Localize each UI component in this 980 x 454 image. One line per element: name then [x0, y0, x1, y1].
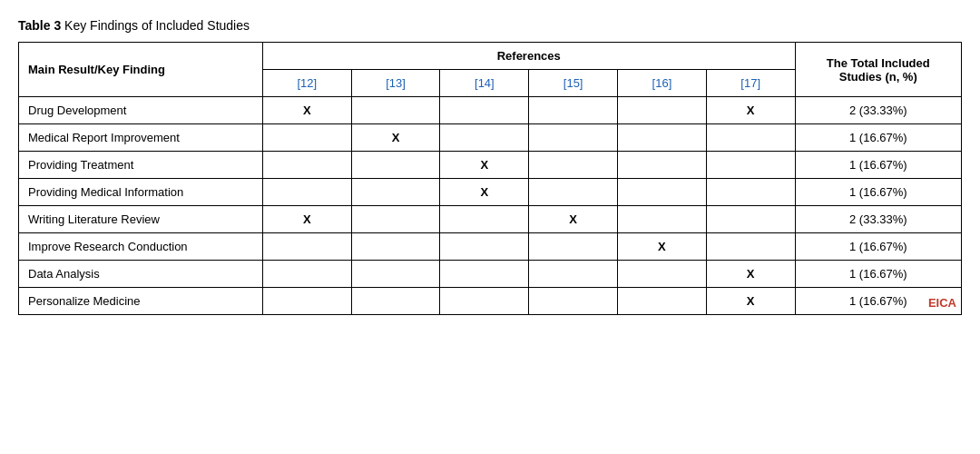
ref-cell [529, 97, 618, 124]
header-main-result: Main Result/Key Finding [19, 43, 263, 97]
ref-cell [618, 179, 707, 206]
ref-cell: X [706, 261, 795, 288]
header-references: References [262, 43, 795, 70]
table-row: Data AnalysisX1 (16.67%) [19, 261, 962, 288]
table-row: Personalize MedicineX1 (16.67%) [19, 288, 962, 315]
ref-cell: X [440, 152, 529, 179]
ref-cell: X [351, 124, 440, 152]
ref-cell [618, 152, 707, 179]
total-cell: 1 (16.67%) [795, 233, 961, 261]
table-row: Drug DevelopmentXX2 (33.33%) [19, 97, 962, 124]
ref-cell [618, 206, 707, 233]
table-row: Improve Research ConductionX1 (16.67%) [19, 233, 962, 261]
ref-col-14: [14] [440, 70, 529, 97]
total-cell: 1 (16.67%) [795, 179, 961, 206]
ref-cell [529, 261, 618, 288]
ref-cell [440, 288, 529, 315]
ref-cell [529, 179, 618, 206]
ref-cell [618, 97, 707, 124]
ref-cell [262, 152, 351, 179]
ref-cell [440, 233, 529, 261]
finding-cell: Improve Research Conduction [19, 233, 263, 261]
ref-cell: X [262, 206, 351, 233]
x-mark-icon: X [303, 212, 311, 226]
total-cell: 1 (16.67%) [795, 124, 961, 152]
ref-cell [618, 261, 707, 288]
finding-cell: Providing Treatment [19, 152, 263, 179]
table-title-rest: Key Findings of Included Studies [61, 18, 250, 33]
ref-cell [262, 124, 351, 152]
ref-cell [706, 152, 795, 179]
ref-cell [529, 152, 618, 179]
ref-cell [440, 124, 529, 152]
header-total: The Total Included Studies (n, %) [795, 43, 961, 97]
watermark-label: EICA [928, 296, 956, 310]
x-mark-icon: X [303, 104, 311, 117]
table-title-bold: Table 3 [18, 18, 61, 33]
finding-cell: Providing Medical Information [19, 179, 263, 206]
table-row: Medical Report ImprovementX1 (16.67%) [19, 124, 962, 152]
ref-cell [529, 288, 618, 315]
ref-cell: X [440, 179, 529, 206]
ref-cell: X [529, 206, 618, 233]
total-cell: 1 (16.67%) [795, 261, 961, 288]
ref-cell: X [706, 97, 795, 124]
ref-cell [351, 97, 440, 124]
table-row: Writing Literature ReviewXX2 (33.33%) [19, 206, 962, 233]
table-row: Providing Medical InformationX1 (16.67%) [19, 179, 962, 206]
findings-table: Main Result/Key Finding References The T… [18, 42, 962, 315]
ref-cell: X [706, 288, 795, 315]
ref-cell [351, 261, 440, 288]
ref-cell [706, 179, 795, 206]
ref-cell [706, 233, 795, 261]
ref-cell [351, 233, 440, 261]
ref-cell [262, 261, 351, 288]
finding-cell: Medical Report Improvement [19, 124, 263, 152]
ref-cell [618, 288, 707, 315]
finding-cell: Writing Literature Review [19, 206, 263, 233]
ref-cell [440, 206, 529, 233]
ref-cell [529, 124, 618, 152]
x-mark-icon: X [392, 131, 400, 144]
table-body: Drug DevelopmentXX2 (33.33%)Medical Repo… [19, 97, 962, 315]
ref-cell [706, 124, 795, 152]
ref-col-15: [15] [529, 70, 618, 97]
table-title: Table 3 Key Findings of Included Studies [18, 18, 962, 33]
ref-cell: X [618, 233, 707, 261]
x-mark-icon: X [747, 104, 755, 117]
ref-cell [440, 261, 529, 288]
ref-col-16: [16] [618, 70, 707, 97]
header-row-1: Main Result/Key Finding References The T… [19, 43, 962, 70]
ref-cell [351, 179, 440, 206]
ref-cell [618, 124, 707, 152]
ref-cell [262, 288, 351, 315]
x-mark-icon: X [569, 212, 577, 226]
x-mark-icon: X [481, 185, 489, 199]
x-mark-icon: X [747, 267, 755, 281]
finding-cell: Drug Development [19, 97, 263, 124]
table-container: Table 3 Key Findings of Included Studies… [18, 18, 962, 315]
x-mark-icon: X [747, 294, 755, 308]
total-cell: 2 (33.33%) [795, 97, 961, 124]
ref-col-17: [17] [706, 70, 795, 97]
ref-cell [706, 206, 795, 233]
finding-cell: Data Analysis [19, 261, 263, 288]
x-mark-icon: X [658, 240, 666, 253]
ref-cell [262, 179, 351, 206]
ref-cell [440, 97, 529, 124]
ref-cell [351, 288, 440, 315]
ref-cell [529, 233, 618, 261]
ref-col-13: [13] [351, 70, 440, 97]
total-cell: 1 (16.67%) [795, 152, 961, 179]
ref-cell [351, 152, 440, 179]
ref-cell [351, 206, 440, 233]
total-cell: 2 (33.33%) [795, 206, 961, 233]
finding-cell: Personalize Medicine [19, 288, 263, 315]
ref-cell: X [262, 97, 351, 124]
ref-cell [262, 233, 351, 261]
table-row: Providing TreatmentX1 (16.67%) [19, 152, 962, 179]
ref-col-12: [12] [262, 70, 351, 97]
x-mark-icon: X [481, 158, 489, 172]
